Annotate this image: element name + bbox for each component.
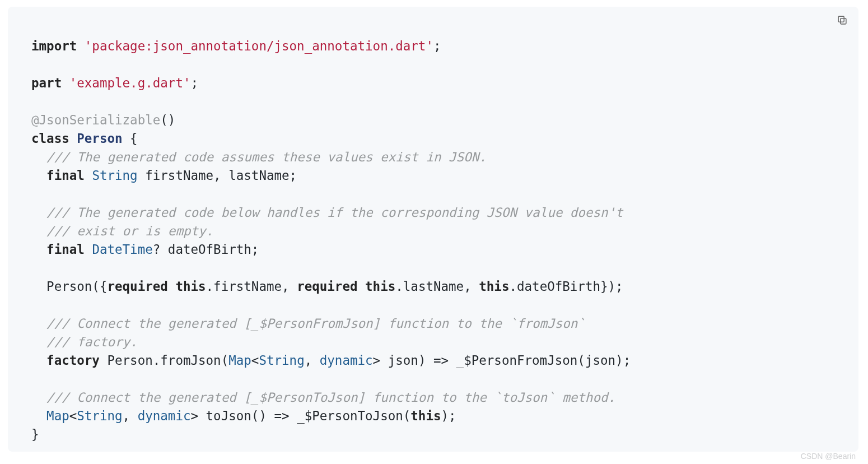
watermark: CSDN @Bearin	[801, 452, 856, 461]
code-block: import 'package:json_annotation/json_ann…	[8, 7, 858, 452]
svg-rect-0	[841, 18, 846, 24]
copy-button[interactable]	[834, 13, 850, 29]
svg-rect-1	[838, 16, 844, 22]
code-content: import 'package:json_annotation/json_ann…	[8, 7, 858, 456]
copy-icon	[836, 14, 848, 29]
